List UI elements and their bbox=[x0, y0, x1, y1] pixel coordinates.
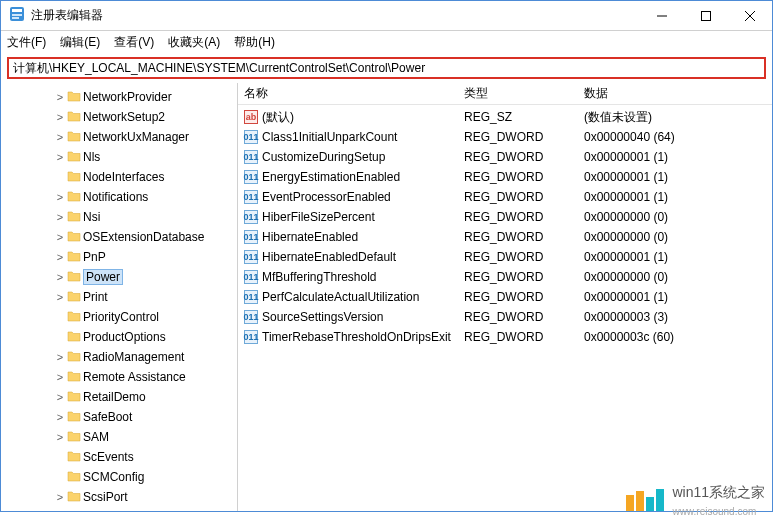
expand-icon[interactable]: > bbox=[53, 211, 67, 223]
svg-rect-2 bbox=[12, 14, 22, 16]
value-type: REG_DWORD bbox=[464, 290, 584, 304]
tree-label: RadioManagement bbox=[83, 350, 184, 364]
tree-label: Nsi bbox=[83, 210, 100, 224]
value-type: REG_DWORD bbox=[464, 250, 584, 264]
tree-node-nls[interactable]: >Nls bbox=[3, 147, 237, 167]
folder-icon bbox=[67, 289, 81, 306]
value-name: EventProcessorEnabled bbox=[262, 190, 391, 204]
value-type-icon: 011 bbox=[244, 250, 258, 264]
menu-favorites[interactable]: 收藏夹(A) bbox=[168, 34, 220, 51]
expand-icon[interactable]: > bbox=[53, 491, 67, 503]
tree-node-safeboot[interactable]: >SafeBoot bbox=[3, 407, 237, 427]
value-type: REG_DWORD bbox=[464, 130, 584, 144]
tree-node-print[interactable]: >Print bbox=[3, 287, 237, 307]
value-data: 0x00000001 (1) bbox=[584, 170, 772, 184]
value-type-icon: 011 bbox=[244, 330, 258, 344]
value-row[interactable]: 011SourceSettingsVersionREG_DWORD0x00000… bbox=[238, 307, 772, 327]
col-name[interactable]: 名称 bbox=[244, 85, 464, 102]
tree-node-notifications[interactable]: >Notifications bbox=[3, 187, 237, 207]
tree-label: Remote Assistance bbox=[83, 370, 186, 384]
tree-label: Print bbox=[83, 290, 108, 304]
value-type-icon: 011 bbox=[244, 150, 258, 164]
tree-node-osextensiondatabase[interactable]: >OSExtensionDatabase bbox=[3, 227, 237, 247]
folder-icon bbox=[67, 389, 81, 406]
expand-icon[interactable]: > bbox=[53, 111, 67, 123]
main-split: >NetworkProvider>NetworkSetup2>NetworkUx… bbox=[1, 83, 772, 511]
tree-node-nsi[interactable]: >Nsi bbox=[3, 207, 237, 227]
value-type-icon: 011 bbox=[244, 210, 258, 224]
tree-node-prioritycontrol[interactable]: PriorityControl bbox=[3, 307, 237, 327]
expand-icon[interactable]: > bbox=[53, 431, 67, 443]
tree-label: OSExtensionDatabase bbox=[83, 230, 204, 244]
tree-node-networksetup2[interactable]: >NetworkSetup2 bbox=[3, 107, 237, 127]
tree-node-scsiport[interactable]: >ScsiPort bbox=[3, 487, 237, 507]
value-row[interactable]: 011HibernateEnabledREG_DWORD0x00000000 (… bbox=[238, 227, 772, 247]
tree-node-remote-assistance[interactable]: >Remote Assistance bbox=[3, 367, 237, 387]
col-data[interactable]: 数据 bbox=[584, 85, 772, 102]
value-row[interactable]: 011PerfCalculateActualUtilizationREG_DWO… bbox=[238, 287, 772, 307]
expand-icon[interactable]: > bbox=[53, 411, 67, 423]
value-type: REG_DWORD bbox=[464, 230, 584, 244]
value-name: PerfCalculateActualUtilization bbox=[262, 290, 419, 304]
address-input[interactable] bbox=[13, 61, 760, 75]
tree-node-power[interactable]: >Power bbox=[3, 267, 237, 287]
value-name: EnergyEstimationEnabled bbox=[262, 170, 400, 184]
expand-icon[interactable]: > bbox=[53, 151, 67, 163]
folder-icon bbox=[67, 469, 81, 486]
expand-icon[interactable]: > bbox=[53, 251, 67, 263]
tree-label: SAM bbox=[83, 430, 109, 444]
values-list: 名称 类型 数据 ab(默认)REG_SZ(数值未设置)011Class1Ini… bbox=[238, 83, 772, 511]
value-name: TimerRebaseThresholdOnDripsExit bbox=[262, 330, 451, 344]
expand-icon[interactable]: > bbox=[53, 391, 67, 403]
folder-icon bbox=[67, 209, 81, 226]
expand-icon[interactable]: > bbox=[53, 91, 67, 103]
close-button[interactable] bbox=[728, 1, 772, 30]
registry-editor-window: 注册表编辑器 文件(F) 编辑(E) 查看(V) 收藏夹(A) 帮助(H) >N… bbox=[0, 0, 773, 512]
list-rows: ab(默认)REG_SZ(数值未设置)011Class1InitialUnpar… bbox=[238, 105, 772, 347]
tree-label: SCMConfig bbox=[83, 470, 144, 484]
expand-icon[interactable]: > bbox=[53, 371, 67, 383]
value-data: 0x00000001 (1) bbox=[584, 250, 772, 264]
address-bar[interactable] bbox=[7, 57, 766, 79]
expand-icon[interactable]: > bbox=[53, 131, 67, 143]
value-row[interactable]: 011Class1InitialUnparkCountREG_DWORD0x00… bbox=[238, 127, 772, 147]
registry-tree[interactable]: >NetworkProvider>NetworkSetup2>NetworkUx… bbox=[1, 83, 238, 511]
value-row[interactable]: 011TimerRebaseThresholdOnDripsExitREG_DW… bbox=[238, 327, 772, 347]
expand-icon[interactable]: > bbox=[53, 271, 67, 283]
tree-node-pnp[interactable]: >PnP bbox=[3, 247, 237, 267]
folder-icon bbox=[67, 189, 81, 206]
value-row[interactable]: 011EventProcessorEnabledREG_DWORD0x00000… bbox=[238, 187, 772, 207]
tree-node-scevents[interactable]: ScEvents bbox=[3, 447, 237, 467]
watermark-url: www.reisound.com bbox=[672, 506, 756, 517]
value-row[interactable]: 011EnergyEstimationEnabledREG_DWORD0x000… bbox=[238, 167, 772, 187]
tree-node-nodeinterfaces[interactable]: NodeInterfaces bbox=[3, 167, 237, 187]
col-type[interactable]: 类型 bbox=[464, 85, 584, 102]
value-row[interactable]: 011CustomizeDuringSetupREG_DWORD0x000000… bbox=[238, 147, 772, 167]
tree-node-scmconfig[interactable]: SCMConfig bbox=[3, 467, 237, 487]
value-row[interactable]: 011MfBufferingThresholdREG_DWORD0x000000… bbox=[238, 267, 772, 287]
tree-node-radiomanagement[interactable]: >RadioManagement bbox=[3, 347, 237, 367]
menu-help[interactable]: 帮助(H) bbox=[234, 34, 275, 51]
expand-icon[interactable]: > bbox=[53, 351, 67, 363]
folder-icon bbox=[67, 349, 81, 366]
tree-node-networkuxmanager[interactable]: >NetworkUxManager bbox=[3, 127, 237, 147]
minimize-button[interactable] bbox=[640, 1, 684, 30]
watermark-text: win11系统之家 bbox=[672, 484, 765, 500]
tree-node-productoptions[interactable]: ProductOptions bbox=[3, 327, 237, 347]
value-row[interactable]: 011HiberFileSizePercentREG_DWORD0x000000… bbox=[238, 207, 772, 227]
value-name: Class1InitialUnparkCount bbox=[262, 130, 397, 144]
menu-edit[interactable]: 编辑(E) bbox=[60, 34, 100, 51]
menu-file[interactable]: 文件(F) bbox=[7, 34, 46, 51]
tree-node-retaildemo[interactable]: >RetailDemo bbox=[3, 387, 237, 407]
expand-icon[interactable]: > bbox=[53, 291, 67, 303]
expand-icon[interactable]: > bbox=[53, 231, 67, 243]
expand-icon[interactable]: > bbox=[53, 191, 67, 203]
tree-node-sam[interactable]: >SAM bbox=[3, 427, 237, 447]
value-row[interactable]: ab(默认)REG_SZ(数值未设置) bbox=[238, 107, 772, 127]
menu-view[interactable]: 查看(V) bbox=[114, 34, 154, 51]
maximize-button[interactable] bbox=[684, 1, 728, 30]
folder-icon bbox=[67, 309, 81, 326]
tree-label: NetworkUxManager bbox=[83, 130, 189, 144]
value-row[interactable]: 011HibernateEnabledDefaultREG_DWORD0x000… bbox=[238, 247, 772, 267]
tree-node-networkprovider[interactable]: >NetworkProvider bbox=[3, 87, 237, 107]
